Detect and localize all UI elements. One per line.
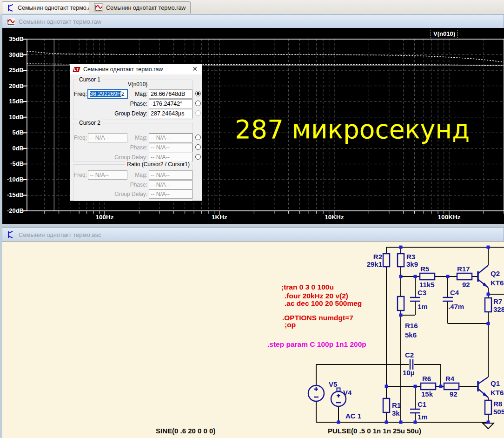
- value-Q1[interactable]: KT602: [491, 389, 504, 397]
- value-V5-sine[interactable]: SINE(0 .6 20 0 0 0): [156, 427, 215, 435]
- label-Q2[interactable]: Q2: [491, 270, 500, 277]
- tab-waveform-raw[interactable]: Семынин однотакт термо.raw: [89, 1, 191, 13]
- label-R17[interactable]: R17: [457, 265, 470, 273]
- value-R5[interactable]: 11k5: [419, 281, 435, 289]
- label-R7[interactable]: R7: [493, 297, 502, 305]
- directive-four[interactable]: .four 20kHz 20 v(2): [285, 292, 348, 300]
- value-R2[interactable]: 29k1: [367, 260, 382, 268]
- cursor1-mag-radio[interactable]: [195, 91, 201, 96]
- label-R6[interactable]: R6: [422, 375, 431, 383]
- cursor1-phase-input[interactable]: -176.24742°: [149, 99, 192, 108]
- capacitor-C1[interactable]: [410, 409, 420, 413]
- open-node-marker: [337, 388, 340, 391]
- tab-schematic-asc[interactable]: Семынин однотакт термо.asc: [2, 1, 102, 13]
- cursor1-phase-radio[interactable]: [195, 101, 201, 106]
- value-R8[interactable]: 505: [493, 408, 504, 416]
- resistor-R1[interactable]: [383, 398, 390, 412]
- wire-q2-emitter-node[interactable]: [488, 288, 504, 298]
- value-Q2[interactable]: KT602: [491, 279, 504, 287]
- directive-step[interactable]: .step param C 100p 1n1 200p: [267, 340, 366, 348]
- cursor2-group-delay-radio[interactable]: [195, 154, 201, 160]
- label-R4[interactable]: R4: [445, 375, 455, 383]
- cursor1-mag-input[interactable]: 26.667648dB: [149, 89, 192, 99]
- cursor-dialog[interactable]: Семынин однотакт термо.raw ✕ Cursor 1 V(…: [70, 64, 202, 201]
- directive-op[interactable]: ;op: [285, 321, 296, 329]
- ratio-phase-input[interactable]: -- N/A--: [149, 180, 192, 189]
- label-V4[interactable]: V4: [343, 389, 352, 397]
- label-Q1[interactable]: Q1: [491, 379, 500, 387]
- cursor2-group-delay-input[interactable]: -- N/A--: [149, 153, 192, 162]
- value-R7[interactable]: 328: [493, 305, 504, 313]
- capacitor-C2[interactable]: [410, 359, 413, 370]
- ground-symbol[interactable]: [483, 423, 494, 429]
- schematic-canvas[interactable]: R2 29k1 R3 3k9 R5 11k5 R17 92 Q2 KT602 C…: [2, 241, 504, 438]
- label-V5[interactable]: V5: [329, 380, 337, 388]
- cursor2-freq-input[interactable]: -- N/A--: [88, 133, 127, 142]
- cursor1-freq-input[interactable]: 36.292269Hz: [88, 89, 127, 99]
- capacitor-C3[interactable]: [410, 297, 420, 301]
- label-C3[interactable]: C3: [418, 289, 426, 296]
- resistor-R16[interactable]: [398, 296, 404, 310]
- cursor1-group-delay-radio[interactable]: [195, 110, 201, 116]
- cursor1-group-delay-input[interactable]: 287.24643µs: [149, 109, 192, 118]
- resistor-R6[interactable]: [421, 383, 436, 390]
- label-R8[interactable]: R8: [493, 400, 502, 408]
- group-delay-label: Group Delay:: [110, 191, 147, 197]
- trace-legend-vn010[interactable]: V(n010): [431, 30, 458, 38]
- value-V4-ac[interactable]: AC 1: [345, 412, 361, 420]
- voltage-source-V5[interactable]: [308, 385, 324, 401]
- resistor-R2[interactable]: [383, 254, 390, 267]
- value-R16[interactable]: 5k6: [405, 331, 417, 339]
- resistor-R4[interactable]: [444, 383, 459, 390]
- directive-tran[interactable]: ;tran 0 3 0 100u: [281, 283, 334, 291]
- resistor-R7[interactable]: [485, 298, 491, 312]
- label-R16[interactable]: R16: [405, 322, 418, 330]
- waveform-icon: [7, 18, 15, 26]
- freq-label: Freq:: [71, 172, 87, 178]
- ratio-group-label: Ratio (Cursor2 / Cursor1): [125, 161, 192, 168]
- cursor-dialog-titlebar[interactable]: Семынин однотакт термо.raw ✕: [70, 64, 202, 74]
- transistor-Q1[interactable]: [478, 377, 488, 398]
- label-C4[interactable]: C4: [450, 289, 459, 296]
- label-R3[interactable]: R3: [406, 253, 415, 261]
- value-R1[interactable]: 3k: [392, 409, 400, 417]
- resistor-R5[interactable]: [420, 273, 435, 280]
- cursor2-phase-input[interactable]: -- N/A--: [149, 143, 192, 152]
- value-R6[interactable]: 15k: [421, 390, 433, 398]
- x-axis-label: 10KHz: [318, 214, 351, 221]
- ratio-mag-input[interactable]: -- N/A--: [149, 170, 192, 180]
- label-C2[interactable]: C2: [405, 351, 414, 359]
- cursor2-mag-input[interactable]: -- N/A--: [149, 133, 192, 142]
- trace-1: [27, 51, 504, 62]
- value-R4[interactable]: 92: [450, 390, 458, 398]
- value-C3[interactable]: 1m: [418, 303, 428, 310]
- capacitor-C4[interactable]: [443, 297, 453, 301]
- ratio-group-delay-input[interactable]: -- N/A--: [149, 189, 192, 199]
- ratio-freq-input[interactable]: -- N/A--: [88, 170, 127, 180]
- value-R3[interactable]: 3k9: [406, 260, 418, 268]
- cursor2-mag-radio[interactable]: [195, 135, 201, 140]
- value-C2[interactable]: 10µ: [403, 369, 414, 377]
- label-R5[interactable]: R5: [420, 265, 429, 273]
- value-C1[interactable]: 1m: [418, 413, 428, 421]
- value-V4-pulse[interactable]: PULSE(0 .5 0 1n 1n 25u 50u): [328, 427, 421, 435]
- label-C1[interactable]: C1: [418, 400, 426, 408]
- transistor-Q2[interactable]: [478, 265, 488, 288]
- value-R17[interactable]: 92: [462, 281, 470, 289]
- cursor2-phase-radio[interactable]: [195, 144, 201, 150]
- phase-label: Phase:: [124, 144, 147, 151]
- y-axis-label: 10dB: [2, 114, 24, 121]
- schematic-window-titlebar[interactable]: Семынин однотакт термо.asc: [2, 227, 504, 242]
- label-R1[interactable]: R1: [392, 401, 401, 409]
- directive-ac[interactable]: .ac dec 100 20 500meg: [285, 299, 362, 307]
- close-icon[interactable]: ✕: [191, 66, 199, 73]
- label-R2[interactable]: R2: [373, 253, 382, 261]
- waveform-window-titlebar[interactable]: Семынин однотакт термо.raw: [2, 14, 504, 29]
- resistor-R3[interactable]: [398, 254, 404, 267]
- x-axis-label: 100KHz: [433, 214, 465, 221]
- value-C4[interactable]: .47m: [448, 303, 464, 310]
- resistor-R8[interactable]: [485, 400, 491, 414]
- freq-label: Freq:: [71, 91, 87, 97]
- resistor-R17[interactable]: [457, 273, 472, 280]
- cursor2-group-label: Cursor 2: [77, 120, 102, 126]
